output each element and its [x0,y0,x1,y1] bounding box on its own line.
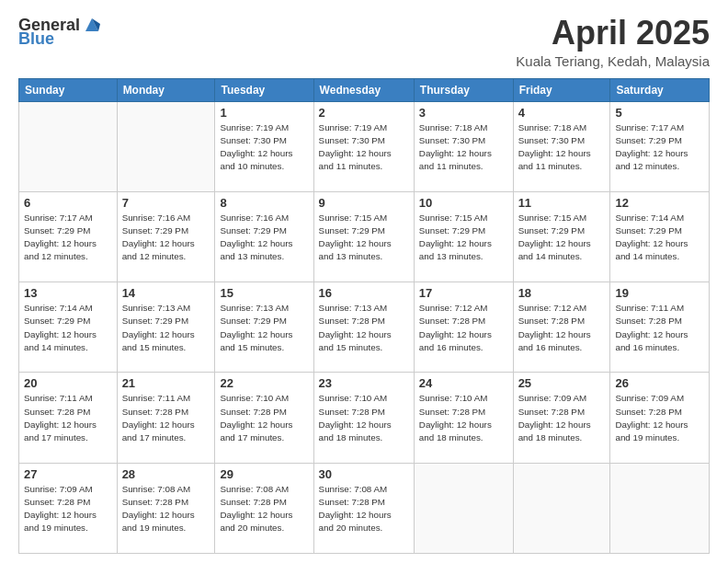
day-number: 15 [220,286,308,300]
calendar-week-row: 1Sunrise: 7:19 AM Sunset: 7:30 PM Daylig… [19,101,710,191]
day-number: 7 [122,196,210,210]
day-number: 4 [518,106,606,120]
day-info: Sunrise: 7:09 AM Sunset: 7:28 PM Dayligh… [24,483,112,535]
day-number: 11 [518,196,606,210]
day-info: Sunrise: 7:15 AM Sunset: 7:29 PM Dayligh… [419,212,508,264]
day-number: 5 [615,106,704,120]
calendar-cell: 21Sunrise: 7:11 AM Sunset: 7:28 PM Dayli… [117,373,215,463]
calendar-cell: 2Sunrise: 7:19 AM Sunset: 7:30 PM Daylig… [313,101,414,191]
calendar-cell [19,101,118,191]
calendar-cell [414,463,513,553]
calendar-cell: 11Sunrise: 7:15 AM Sunset: 7:29 PM Dayli… [513,191,610,282]
day-info: Sunrise: 7:12 AM Sunset: 7:28 PM Dayligh… [518,302,606,354]
day-number: 2 [319,106,409,120]
day-info: Sunrise: 7:11 AM Sunset: 7:28 PM Dayligh… [122,392,210,444]
day-number: 16 [319,286,409,300]
day-number: 27 [24,467,112,481]
header: General Blue April 2025 Kuala Teriang, K… [18,15,710,69]
calendar-week-row: 27Sunrise: 7:09 AM Sunset: 7:28 PM Dayli… [19,463,710,553]
calendar-cell: 30Sunrise: 7:08 AM Sunset: 7:28 PM Dayli… [313,463,414,553]
day-info: Sunrise: 7:18 AM Sunset: 7:30 PM Dayligh… [419,121,508,174]
calendar-cell [513,463,610,553]
day-number: 26 [615,376,704,390]
title-section: April 2025 Kuala Teriang, Kedah, Malaysi… [516,15,710,69]
day-info: Sunrise: 7:13 AM Sunset: 7:29 PM Dayligh… [122,302,210,354]
calendar-cell: 27Sunrise: 7:09 AM Sunset: 7:28 PM Dayli… [19,463,118,553]
calendar-cell: 17Sunrise: 7:12 AM Sunset: 7:28 PM Dayli… [414,282,513,373]
day-info: Sunrise: 7:08 AM Sunset: 7:28 PM Dayligh… [319,483,409,535]
day-info: Sunrise: 7:15 AM Sunset: 7:29 PM Dayligh… [518,212,606,264]
logo-blue-text: Blue [18,29,54,49]
calendar-cell: 5Sunrise: 7:17 AM Sunset: 7:29 PM Daylig… [610,101,710,191]
day-number: 29 [220,467,308,481]
logo: General Blue [18,15,102,49]
day-info: Sunrise: 7:09 AM Sunset: 7:28 PM Dayligh… [615,392,704,444]
calendar-cell: 6Sunrise: 7:17 AM Sunset: 7:29 PM Daylig… [19,191,118,282]
header-saturday: Saturday [610,78,710,101]
calendar-cell: 12Sunrise: 7:14 AM Sunset: 7:29 PM Dayli… [610,191,710,282]
day-info: Sunrise: 7:15 AM Sunset: 7:29 PM Dayligh… [319,212,409,264]
day-info: Sunrise: 7:09 AM Sunset: 7:28 PM Dayligh… [518,392,606,444]
calendar-cell: 14Sunrise: 7:13 AM Sunset: 7:29 PM Dayli… [117,282,215,373]
header-thursday: Thursday [414,78,513,101]
day-info: Sunrise: 7:10 AM Sunset: 7:28 PM Dayligh… [220,392,308,444]
location-title: Kuala Teriang, Kedah, Malaysia [516,53,710,69]
day-number: 13 [24,286,112,300]
day-info: Sunrise: 7:12 AM Sunset: 7:28 PM Dayligh… [419,302,508,354]
calendar-cell: 22Sunrise: 7:10 AM Sunset: 7:28 PM Dayli… [215,373,313,463]
day-info: Sunrise: 7:17 AM Sunset: 7:29 PM Dayligh… [615,121,704,174]
calendar-table: Sunday Monday Tuesday Wednesday Thursday… [18,78,710,554]
page: General Blue April 2025 Kuala Teriang, K… [0,0,728,563]
day-number: 30 [319,467,409,481]
day-number: 19 [615,286,704,300]
day-number: 12 [615,196,704,210]
day-info: Sunrise: 7:10 AM Sunset: 7:28 PM Dayligh… [419,392,508,444]
header-sunday: Sunday [19,78,118,101]
calendar-cell: 28Sunrise: 7:08 AM Sunset: 7:28 PM Dayli… [117,463,215,553]
calendar-cell: 18Sunrise: 7:12 AM Sunset: 7:28 PM Dayli… [513,282,610,373]
day-info: Sunrise: 7:19 AM Sunset: 7:30 PM Dayligh… [220,121,308,174]
header-wednesday: Wednesday [313,78,414,101]
day-info: Sunrise: 7:19 AM Sunset: 7:30 PM Dayligh… [319,121,409,174]
day-info: Sunrise: 7:11 AM Sunset: 7:28 PM Dayligh… [615,302,704,354]
calendar-cell: 20Sunrise: 7:11 AM Sunset: 7:28 PM Dayli… [19,373,118,463]
day-number: 23 [319,376,409,390]
calendar-cell [610,463,710,553]
calendar-cell: 1Sunrise: 7:19 AM Sunset: 7:30 PM Daylig… [215,101,313,191]
calendar-cell: 29Sunrise: 7:08 AM Sunset: 7:28 PM Dayli… [215,463,313,553]
day-number: 6 [24,196,112,210]
day-number: 20 [24,376,112,390]
calendar-week-row: 6Sunrise: 7:17 AM Sunset: 7:29 PM Daylig… [19,191,710,282]
day-number: 21 [122,376,210,390]
day-number: 18 [518,286,606,300]
header-friday: Friday [513,78,610,101]
calendar-cell: 3Sunrise: 7:18 AM Sunset: 7:30 PM Daylig… [414,101,513,191]
header-monday: Monday [117,78,215,101]
calendar-cell: 23Sunrise: 7:10 AM Sunset: 7:28 PM Dayli… [313,373,414,463]
day-info: Sunrise: 7:17 AM Sunset: 7:29 PM Dayligh… [24,212,112,264]
day-info: Sunrise: 7:13 AM Sunset: 7:28 PM Dayligh… [319,302,409,354]
calendar-cell: 10Sunrise: 7:15 AM Sunset: 7:29 PM Dayli… [414,191,513,282]
day-number: 14 [122,286,210,300]
logo-icon [82,15,102,35]
day-info: Sunrise: 7:18 AM Sunset: 7:30 PM Dayligh… [518,121,606,174]
month-title: April 2025 [516,15,710,52]
day-number: 25 [518,376,606,390]
calendar-cell: 16Sunrise: 7:13 AM Sunset: 7:28 PM Dayli… [313,282,414,373]
calendar-cell: 13Sunrise: 7:14 AM Sunset: 7:29 PM Dayli… [19,282,118,373]
day-number: 28 [122,467,210,481]
day-info: Sunrise: 7:08 AM Sunset: 7:28 PM Dayligh… [220,483,308,535]
calendar-cell: 15Sunrise: 7:13 AM Sunset: 7:29 PM Dayli… [215,282,313,373]
calendar-cell: 7Sunrise: 7:16 AM Sunset: 7:29 PM Daylig… [117,191,215,282]
day-number: 22 [220,376,308,390]
calendar-cell: 24Sunrise: 7:10 AM Sunset: 7:28 PM Dayli… [414,373,513,463]
day-number: 9 [319,196,409,210]
day-info: Sunrise: 7:10 AM Sunset: 7:28 PM Dayligh… [319,392,409,444]
day-info: Sunrise: 7:11 AM Sunset: 7:28 PM Dayligh… [24,392,112,444]
calendar-cell: 8Sunrise: 7:16 AM Sunset: 7:29 PM Daylig… [215,191,313,282]
calendar-cell: 26Sunrise: 7:09 AM Sunset: 7:28 PM Dayli… [610,373,710,463]
day-number: 3 [419,106,508,120]
weekday-header-row: Sunday Monday Tuesday Wednesday Thursday… [19,78,710,101]
day-info: Sunrise: 7:08 AM Sunset: 7:28 PM Dayligh… [122,483,210,535]
calendar-cell: 19Sunrise: 7:11 AM Sunset: 7:28 PM Dayli… [610,282,710,373]
